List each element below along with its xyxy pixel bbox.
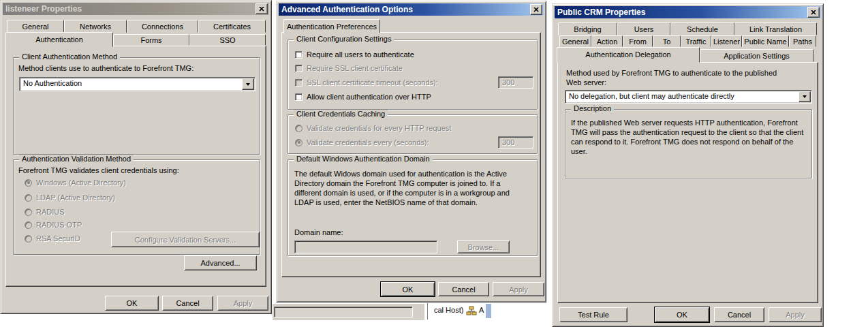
tab-from[interactable]: From bbox=[623, 35, 653, 47]
domain-description-text: The default Widows domain used for authe… bbox=[294, 169, 523, 207]
radio-row-windows-ad: Windows (Active Directory) bbox=[25, 178, 126, 187]
tab-public-name[interactable]: Public Name bbox=[742, 35, 789, 47]
cancel-button[interactable]: Cancel bbox=[438, 282, 489, 296]
checkbox-require-all-users[interactable] bbox=[295, 51, 303, 59]
delegation-method-label: Method used by Forefront TMG to authenti… bbox=[566, 68, 791, 87]
validate-seconds-value: 300 bbox=[502, 138, 531, 146]
group-title: Client Authentication Method bbox=[19, 52, 120, 61]
close-button[interactable] bbox=[255, 3, 268, 14]
tab-connections[interactable]: Connections bbox=[127, 20, 198, 33]
tab-forms[interactable]: Forms bbox=[113, 34, 189, 46]
radio-label: Validate credentials every (seconds): bbox=[307, 138, 429, 146]
close-button[interactable] bbox=[530, 4, 542, 15]
radio-row-validate-every-request: Validate credentials for every HTTP requ… bbox=[295, 123, 451, 133]
tab-traffic[interactable]: Traffic bbox=[681, 35, 711, 47]
tab-action[interactable]: Action bbox=[591, 35, 623, 47]
close-icon bbox=[811, 10, 816, 15]
delegation-method-select[interactable]: No delegation, but client may authentica… bbox=[565, 90, 812, 104]
radio-row-rsa-securid: RSA SecurID bbox=[25, 234, 80, 243]
group-title: Client Credentials Caching bbox=[294, 110, 388, 119]
advanced-button[interactable]: Advanced... bbox=[184, 255, 257, 270]
tab-sso[interactable]: SSO bbox=[189, 34, 266, 46]
tab-listener[interactable]: Listener bbox=[711, 35, 742, 47]
delegation-method-value: No delegation, but client may authentica… bbox=[569, 92, 798, 100]
group-authentication-validation-method: Authentication Validation Method Forefro… bbox=[13, 159, 260, 255]
radio-row-validate-every-seconds: Validate credentials every (seconds): bbox=[295, 138, 429, 147]
radio-rsa-securid bbox=[25, 235, 32, 243]
client-auth-method-select[interactable]: No Authentication bbox=[19, 77, 255, 91]
background-item-letter: A bbox=[479, 306, 484, 314]
radio-radius-otp bbox=[25, 221, 32, 229]
tab-schedule[interactable]: Schedule bbox=[670, 22, 734, 35]
tab-to[interactable]: To bbox=[653, 35, 681, 47]
checkbox-label: Require all users to authenticate bbox=[307, 50, 414, 59]
group-title: Description bbox=[571, 104, 614, 113]
checkbox-require-ssl-cert bbox=[295, 65, 303, 72]
domain-name-input bbox=[294, 240, 437, 253]
radio-label: RADIUS bbox=[36, 208, 65, 216]
tab-page-authentication-preferences: Client Configuration Settings Require al… bbox=[281, 32, 541, 277]
tab-general[interactable]: General bbox=[559, 35, 591, 47]
checkbox-row-ssl-timeout: SSL client certificate timeout (seconds)… bbox=[295, 78, 438, 87]
validate-seconds-input: 300 bbox=[498, 136, 533, 149]
tab-general[interactable]: General bbox=[7, 20, 64, 33]
array-icon bbox=[466, 306, 477, 315]
radio-validate-every-request bbox=[295, 125, 303, 132]
tab-authentication[interactable]: Authentication bbox=[5, 32, 113, 47]
ok-button[interactable]: OK bbox=[105, 296, 159, 311]
domain-name-label: Domain name: bbox=[294, 228, 343, 236]
close-icon bbox=[259, 7, 264, 12]
radio-radius bbox=[25, 208, 32, 216]
titlebar[interactable]: Advanced Authentication Options bbox=[279, 3, 544, 16]
client-auth-method-dropdown-button[interactable] bbox=[242, 78, 254, 90]
tab-paths[interactable]: Paths bbox=[789, 35, 816, 47]
delegation-method-dropdown-button[interactable] bbox=[799, 91, 811, 102]
tab-link-translation[interactable]: Link Translation bbox=[734, 22, 817, 35]
browse-button: Browse... bbox=[457, 240, 510, 253]
group-title: Default Windows Authentication Domain bbox=[294, 155, 433, 164]
checkbox-allow-http[interactable] bbox=[295, 93, 303, 101]
cancel-button[interactable]: Cancel bbox=[714, 307, 764, 322]
checkbox-row-allow-http: Allow client authentication over HTTP bbox=[295, 92, 431, 102]
apply-button: Apply bbox=[493, 282, 544, 296]
ssl-timeout-value: 300 bbox=[502, 78, 531, 87]
radio-windows-ad bbox=[25, 179, 32, 187]
tab-page-authentication-delegation: Method used by Forefront TMG to authenti… bbox=[557, 62, 818, 303]
ok-button[interactable]: OK bbox=[655, 307, 709, 322]
tab-bridging[interactable]: Bridging bbox=[558, 22, 617, 35]
checkbox-row-require-all-users: Require all users to authenticate bbox=[295, 50, 414, 59]
dialog-public-crm-properties: Public CRM Properties Bridging Users Sch… bbox=[552, 3, 824, 327]
cancel-button[interactable]: Cancel bbox=[162, 296, 213, 311]
checkbox-label: Require SSL client certificate bbox=[307, 64, 403, 72]
ok-button[interactable]: OK bbox=[381, 282, 435, 296]
chevron-down-icon bbox=[803, 95, 807, 98]
checkbox-label: Allow client authentication over HTTP bbox=[307, 93, 431, 101]
titlebar[interactable]: listeneer Properties bbox=[3, 3, 269, 15]
tab-application-settings[interactable]: Application Settings bbox=[700, 49, 813, 62]
apply-button: Apply bbox=[769, 307, 822, 322]
tab-authentication-preferences[interactable]: Authentication Preferences bbox=[283, 19, 380, 33]
background-item-text: cal Host) bbox=[434, 306, 463, 314]
tab-certificates[interactable]: Certificates bbox=[198, 20, 266, 33]
group-title: Authentication Validation Method bbox=[19, 155, 134, 164]
tab-page-authentication: Client Authentication Method Method clie… bbox=[5, 46, 266, 287]
group-default-windows-auth-domain: Default Windows Authentication Domain Th… bbox=[288, 159, 538, 256]
client-auth-method-value: No Authentication bbox=[23, 79, 241, 87]
tab-authentication-delegation[interactable]: Authentication Delegation bbox=[557, 47, 700, 63]
tab-networks[interactable]: Networks bbox=[64, 20, 127, 33]
radio-validate-every-seconds bbox=[295, 139, 303, 146]
titlebar[interactable]: Public CRM Properties bbox=[555, 6, 821, 18]
configure-validation-servers-button: Configure Validation Servers... bbox=[111, 232, 260, 247]
test-rule-button[interactable]: Test Rule bbox=[559, 307, 627, 322]
tab-users[interactable]: Users bbox=[617, 22, 670, 35]
chevron-down-icon bbox=[246, 83, 250, 86]
radio-label: Windows (Active Directory) bbox=[36, 178, 126, 187]
background-status-inset bbox=[274, 307, 413, 317]
window-title: Advanced Authentication Options bbox=[281, 5, 530, 14]
radio-label: RADIUS OTP bbox=[36, 221, 82, 229]
desktop-canvas: cal Host) A listeneer Properties General… bbox=[0, 0, 868, 327]
ssl-timeout-input: 300 bbox=[498, 76, 533, 89]
close-button[interactable] bbox=[807, 7, 820, 18]
client-auth-method-label: Method clients use to authenticate to Fo… bbox=[18, 64, 193, 72]
background-statusbar bbox=[273, 303, 424, 320]
